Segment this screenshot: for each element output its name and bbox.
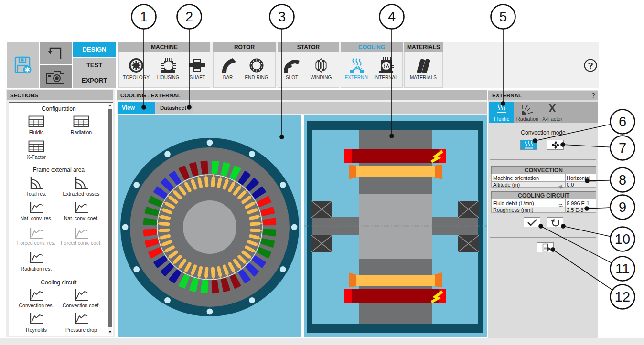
svg-text:3: 3 [278, 9, 286, 24]
svg-text:7: 7 [619, 140, 626, 156]
svg-text:4: 4 [388, 9, 396, 24]
svg-text:5: 5 [499, 9, 507, 24]
svg-text:2: 2 [185, 9, 193, 24]
svg-text:8: 8 [619, 172, 626, 188]
svg-text:10: 10 [615, 231, 630, 247]
svg-text:12: 12 [615, 289, 630, 304]
svg-text:11: 11 [615, 261, 630, 276]
svg-text:6: 6 [619, 114, 626, 129]
svg-text:1: 1 [140, 9, 148, 24]
svg-text:9: 9 [619, 199, 626, 215]
svg-text:?: ? [588, 61, 593, 71]
